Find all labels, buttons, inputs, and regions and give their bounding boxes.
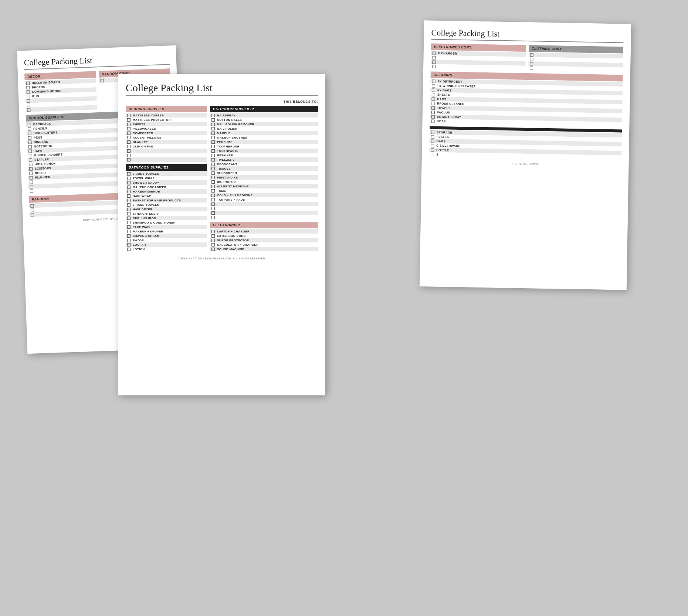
checkbox[interactable]	[431, 106, 435, 109]
checkbox[interactable]	[431, 144, 434, 147]
checkbox[interactable]	[127, 230, 131, 233]
checkbox[interactable]	[211, 230, 215, 233]
checkbox[interactable]	[211, 163, 215, 166]
checkbox[interactable]	[432, 56, 435, 59]
checkbox[interactable]	[27, 103, 30, 107]
checkbox[interactable]	[127, 172, 131, 176]
checkbox[interactable]	[127, 123, 131, 126]
checkbox[interactable]	[211, 239, 215, 242]
checkbox[interactable]	[127, 140, 131, 144]
checkbox[interactable]	[101, 79, 104, 82]
checkbox[interactable]	[127, 248, 131, 251]
checkbox[interactable]	[127, 190, 131, 193]
checkbox[interactable]	[431, 110, 435, 114]
checkbox[interactable]	[211, 176, 215, 179]
checkbox[interactable]	[432, 88, 435, 92]
checkbox[interactable]	[28, 136, 31, 139]
checkbox[interactable]	[30, 180, 33, 184]
checkbox[interactable]	[127, 154, 131, 157]
checkbox[interactable]	[530, 53, 533, 57]
checkbox[interactable]	[127, 194, 131, 198]
checkbox[interactable]	[28, 127, 31, 130]
checkbox[interactable]	[31, 208, 34, 212]
checkbox[interactable]	[211, 158, 215, 161]
checkbox[interactable]	[127, 243, 131, 246]
checkbox[interactable]	[211, 189, 215, 193]
checkbox[interactable]	[432, 93, 435, 96]
checkbox[interactable]	[30, 185, 33, 188]
checkbox[interactable]	[211, 167, 215, 170]
checkbox[interactable]	[530, 62, 533, 65]
checkbox[interactable]	[28, 132, 31, 135]
checkbox[interactable]	[29, 167, 33, 170]
checkbox[interactable]	[432, 65, 435, 68]
checkbox[interactable]	[27, 90, 30, 93]
checkbox[interactable]	[30, 204, 34, 207]
checkbox[interactable]	[211, 185, 215, 188]
checkbox[interactable]	[211, 132, 215, 135]
checkbox[interactable]	[29, 163, 32, 166]
checkbox[interactable]	[127, 114, 131, 117]
checkbox[interactable]	[127, 136, 131, 139]
checkbox[interactable]	[211, 198, 215, 201]
checkbox[interactable]	[530, 67, 533, 70]
checkbox[interactable]	[211, 114, 215, 117]
checkbox[interactable]	[28, 145, 32, 148]
checkbox[interactable]	[211, 248, 215, 251]
checkbox[interactable]	[432, 97, 435, 101]
checkbox[interactable]	[432, 60, 435, 64]
checkbox[interactable]	[530, 58, 533, 61]
checkbox[interactable]	[431, 153, 434, 156]
checkbox[interactable]	[127, 186, 131, 189]
checkbox[interactable]	[431, 139, 434, 143]
checkbox[interactable]	[431, 119, 434, 123]
checkbox[interactable]	[431, 148, 434, 152]
checkbox[interactable]	[127, 199, 131, 202]
checkbox[interactable]	[211, 211, 215, 215]
checkbox[interactable]	[127, 149, 131, 153]
checkbox[interactable]	[211, 123, 215, 126]
checkbox[interactable]	[211, 171, 215, 175]
checkbox[interactable]	[127, 118, 131, 122]
checkbox[interactable]	[127, 221, 131, 224]
checkbox[interactable]	[211, 180, 215, 184]
checkbox[interactable]	[432, 84, 435, 87]
checkbox[interactable]	[433, 51, 436, 55]
checkbox[interactable]	[211, 127, 215, 130]
checkbox[interactable]	[31, 213, 34, 216]
checkbox[interactable]	[26, 86, 30, 89]
checkbox[interactable]	[211, 243, 215, 246]
checkbox[interactable]	[30, 176, 33, 179]
checkbox[interactable]	[127, 212, 131, 215]
checkbox[interactable]	[28, 123, 31, 126]
checkbox[interactable]	[211, 216, 215, 219]
checkbox[interactable]	[27, 99, 30, 102]
checkbox[interactable]	[431, 135, 434, 138]
checkbox[interactable]	[211, 118, 215, 122]
checkbox[interactable]	[127, 225, 131, 229]
checkbox[interactable]	[211, 149, 215, 153]
checkbox[interactable]	[30, 189, 33, 193]
checkbox[interactable]	[127, 132, 131, 135]
checkbox[interactable]	[432, 79, 435, 83]
checkbox[interactable]	[26, 81, 30, 85]
checkbox[interactable]	[127, 203, 131, 207]
checkbox[interactable]	[211, 154, 215, 157]
checkbox[interactable]	[211, 136, 215, 139]
checkbox[interactable]	[127, 177, 131, 180]
checkbox[interactable]	[211, 203, 215, 206]
checkbox[interactable]	[27, 108, 30, 111]
checkbox[interactable]	[431, 102, 435, 105]
checkbox[interactable]	[127, 181, 131, 184]
checkbox[interactable]	[28, 149, 32, 153]
checkbox[interactable]	[29, 158, 32, 161]
checkbox[interactable]	[211, 234, 215, 238]
checkbox[interactable]	[127, 145, 131, 148]
checkbox[interactable]	[127, 239, 131, 242]
checkbox[interactable]	[211, 140, 215, 144]
checkbox[interactable]	[28, 140, 31, 144]
checkbox[interactable]	[127, 158, 131, 161]
checkbox[interactable]	[127, 208, 131, 211]
checkbox[interactable]	[431, 130, 434, 134]
checkbox[interactable]	[127, 217, 131, 220]
